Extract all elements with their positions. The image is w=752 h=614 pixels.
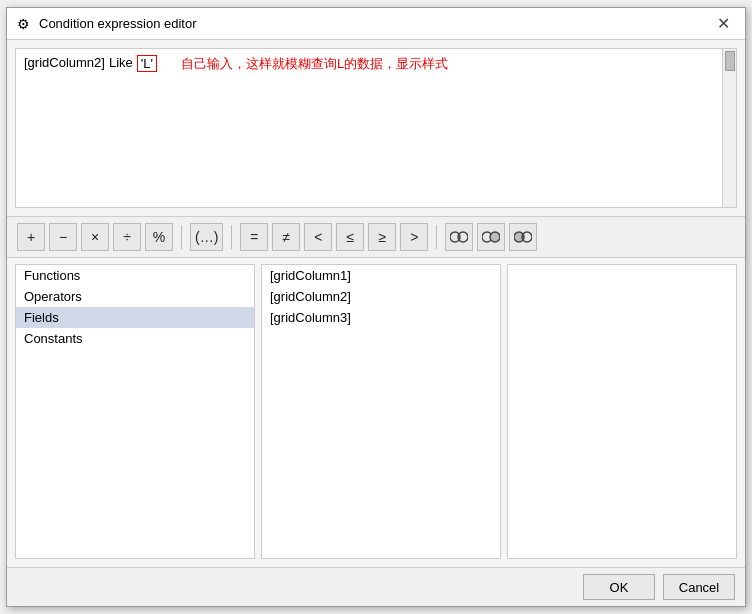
field-gridcolumn1[interactable]: [gridColumn1]	[262, 265, 500, 286]
special2-button[interactable]	[477, 223, 505, 251]
title-bar: ⚙ Condition expression editor ✕	[7, 8, 745, 40]
scrollbar[interactable]	[722, 49, 736, 207]
minus-button[interactable]: −	[49, 223, 77, 251]
ok-button[interactable]: OK	[583, 574, 655, 600]
expression-operator: Like	[109, 55, 133, 70]
less-equal-button[interactable]: ≤	[336, 223, 364, 251]
expression-comment: 自己输入，这样就模糊查询L的数据，显示样式	[181, 55, 448, 73]
expression-column: [gridColumn2]	[24, 55, 105, 70]
percent-button[interactable]: %	[145, 223, 173, 251]
equals-button[interactable]: =	[240, 223, 268, 251]
separator3	[436, 225, 437, 249]
expression-content: [gridColumn2] Like 'L' 自己输入，这样就模糊查询L的数据，…	[16, 49, 736, 79]
categories-panel: Functions Operators Fields Constants	[15, 264, 255, 559]
special1-button[interactable]	[445, 223, 473, 251]
not-equals-button[interactable]: ≠	[272, 223, 300, 251]
plus-button[interactable]: +	[17, 223, 45, 251]
svg-point-3	[490, 232, 500, 242]
separator2	[231, 225, 232, 249]
field-gridcolumn3[interactable]: [gridColumn3]	[262, 307, 500, 328]
close-button[interactable]: ✕	[711, 12, 735, 36]
parens-button[interactable]: (…)	[190, 223, 223, 251]
operators-bar: + − × ÷ % (…) = ≠ < ≤ ≥ >	[7, 216, 745, 258]
category-operators[interactable]: Operators	[16, 286, 254, 307]
scrollbar-thumb	[725, 51, 735, 71]
panels-area: Functions Operators Fields Constants [gr…	[15, 264, 737, 559]
greater-than-button[interactable]: >	[400, 223, 428, 251]
fields-panel: [gridColumn1] [gridColumn2] [gridColumn3…	[261, 264, 501, 559]
category-constants[interactable]: Constants	[16, 328, 254, 349]
dialog-icon: ⚙	[17, 16, 33, 32]
expression-editor[interactable]: [gridColumn2] Like 'L' 自己输入，这样就模糊查询L的数据，…	[15, 48, 737, 208]
dialog-title: Condition expression editor	[39, 16, 197, 31]
divide-button[interactable]: ÷	[113, 223, 141, 251]
category-functions[interactable]: Functions	[16, 265, 254, 286]
separator1	[181, 225, 182, 249]
title-bar-left: ⚙ Condition expression editor	[17, 16, 197, 32]
expression-value: 'L'	[137, 55, 157, 72]
bottom-bar: OK Cancel	[7, 567, 745, 606]
less-than-button[interactable]: <	[304, 223, 332, 251]
multiply-button[interactable]: ×	[81, 223, 109, 251]
values-panel	[507, 264, 737, 559]
category-fields[interactable]: Fields	[16, 307, 254, 328]
special3-button[interactable]	[509, 223, 537, 251]
cancel-button[interactable]: Cancel	[663, 574, 735, 600]
greater-equal-button[interactable]: ≥	[368, 223, 396, 251]
condition-expression-dialog: ⚙ Condition expression editor ✕ [gridCol…	[6, 7, 746, 607]
field-gridcolumn2[interactable]: [gridColumn2]	[262, 286, 500, 307]
